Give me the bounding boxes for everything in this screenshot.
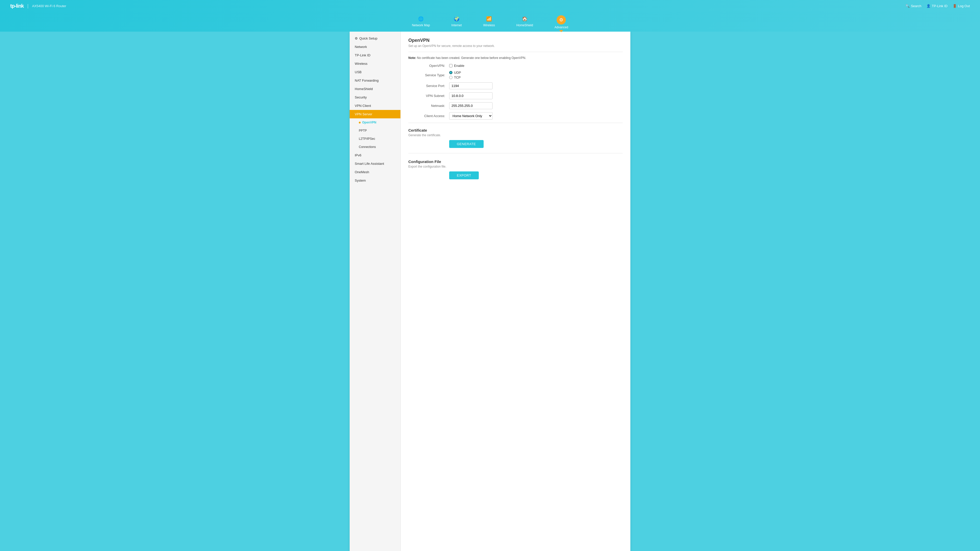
sidebar-label-network: Network [355,45,367,49]
enable-checkbox-label[interactable]: Enable [449,64,464,68]
search-label: Search [911,4,921,8]
service-type-label: Service Type: [408,73,449,77]
search-icon: 🔍 [905,4,910,8]
search-button[interactable]: 🔍 Search [905,4,921,8]
openvpn-row: OpenVPN: Enable [408,64,623,68]
sidebar-label-nat-forwarding: NAT Forwarding [355,79,379,83]
sidebar-label-ipv6: IPv6 [355,153,361,157]
openvpn-value: Enable [449,64,464,68]
wireless-icon: 📶 [485,15,493,22]
sidebar-label-l2tp-ipsec: L2TP/IPSec [359,137,375,141]
enable-checkbox[interactable] [449,64,452,67]
note-label: Note: [408,56,416,60]
client-access-select[interactable]: Home Network Only Internet and Home Netw… [449,112,493,120]
client-access-row: Client Access: Home Network Only Interne… [408,112,623,120]
cert-title: Certificate [408,128,623,132]
netmask-label: Netmask: [408,104,449,108]
sidebar-item-security[interactable]: Security [350,93,401,102]
tplink-id-label: TP-Link ID [932,4,947,8]
homeshield-icon: 🏠 [521,15,528,22]
tcp-radio[interactable] [449,76,452,79]
service-port-value [449,83,493,89]
note-body: No certificate has been created. Generat… [417,56,526,60]
nav-item-advanced[interactable]: ⚙ Advanced [552,14,571,32]
sidebar-label-tplink-id: TP-Link ID [355,53,370,57]
nav-label-internet: Internet [452,24,462,27]
certificate-section: Certificate Generate the certificate. GE… [408,128,623,148]
divider-top [408,52,623,52]
tcp-label: TCP [454,76,461,79]
sidebar-item-vpn-server[interactable]: VPN Server [350,110,401,118]
sidebar-item-wireless[interactable]: Wireless [350,59,401,68]
sidebar-item-smart-life[interactable]: Smart Life Assistant [350,159,401,168]
logout-button[interactable]: 🚪 Log Out [953,4,970,8]
sidebar-label-wireless: Wireless [355,62,368,65]
logo-divider: | [27,3,29,9]
sidebar-item-network[interactable]: Network [350,43,401,51]
nav-label-advanced: Advanced [555,25,568,29]
logout-icon: 🚪 [953,4,957,8]
nav-label-homeshield: HomeShield [516,24,533,27]
enable-text: Enable [454,64,464,68]
content-area: OpenVPN Set up an OpenVPN for secure, re… [401,32,630,551]
config-file-section: Configuration File Export the configurat… [408,159,623,179]
sidebar-label-onemesh: OneMesh [355,170,369,174]
router-model: AX5400 Wi-Fi 6 Router [32,4,66,8]
nav-label-network-map: Network Map [412,24,430,27]
page-title: OpenVPN [408,38,623,43]
sidebar-item-nat-forwarding[interactable]: NAT Forwarding [350,76,401,85]
sidebar-item-l2tp-ipsec[interactable]: L2TP/IPSec [350,135,401,143]
gear-icon: ⚙ [355,37,358,40]
config-title: Configuration File [408,159,623,164]
radio-group-service-type: UDP TCP [449,71,461,79]
sidebar-item-tplink-id[interactable]: TP-Link ID [350,51,401,59]
generate-button[interactable]: GENERATE [449,140,484,148]
vpn-subnet-row: VPN Subnet: [408,92,623,99]
service-port-input[interactable] [449,83,493,89]
sidebar-item-homeshield[interactable]: HomeShield [350,85,401,93]
sidebar-item-quick-setup[interactable]: ⚙ Quick Setup [350,34,401,43]
udp-radio-label[interactable]: UDP [449,71,461,75]
vpn-subnet-input[interactable] [449,92,493,99]
sidebar-item-connections[interactable]: Connections [350,143,401,151]
nav-bar: 🌐 Network Map 🌍 Internet 📶 Wireless 🏠 Ho… [0,12,980,32]
sidebar-item-ipv6[interactable]: IPv6 [350,151,401,159]
divider-config [408,153,623,153]
netmask-value [449,102,493,109]
sidebar-label-homeshield: HomeShield [355,87,373,91]
udp-radio[interactable] [449,71,452,74]
advanced-icon: ⚙ [557,15,566,24]
nav-label-wireless: Wireless [483,24,495,27]
sidebar-item-usb[interactable]: USB [350,68,401,76]
sidebar-label-pptp: PPTP [359,129,367,132]
netmask-row: Netmask: [408,102,623,109]
logo: tp-link | AX5400 Wi-Fi 6 Router [10,3,66,9]
internet-icon: 🌍 [453,15,460,22]
service-port-label: Service Port: [408,84,449,88]
netmask-input[interactable] [449,102,493,109]
tplink-id-button[interactable]: 👤 TP-Link ID [926,4,947,8]
service-type-row: Service Type: UDP TCP [408,71,623,79]
logout-label: Log Out [958,4,970,8]
vpn-subnet-value [449,92,493,99]
logo-text: tp-link [10,3,24,9]
sidebar-item-openvpn[interactable]: OpenVPN [350,118,401,127]
nav-item-network-map[interactable]: 🌐 Network Map [409,14,433,32]
sidebar-label-usb: USB [355,70,362,74]
service-port-row: Service Port: [408,83,623,89]
main-container: ⚙ Quick Setup Network TP-Link ID Wireles… [350,32,630,551]
vpn-subnet-label: VPN Subnet: [408,94,449,98]
sidebar-item-vpn-client[interactable]: VPN Client [350,102,401,110]
export-button[interactable]: EXPORT [449,171,479,179]
sidebar-label-openvpn: OpenVPN [362,121,376,124]
nav-item-homeshield[interactable]: 🏠 HomeShield [513,14,536,32]
sidebar-label-vpn-client: VPN Client [355,104,371,108]
tcp-radio-label[interactable]: TCP [449,76,461,79]
sidebar-item-pptp[interactable]: PPTP [350,127,401,135]
sidebar-item-system[interactable]: System [350,176,401,185]
sidebar-item-onemesh[interactable]: OneMesh [350,168,401,176]
sidebar-label-connections: Connections [359,145,376,149]
nav-item-internet[interactable]: 🌍 Internet [449,14,465,32]
nav-item-wireless[interactable]: 📶 Wireless [480,14,498,32]
udp-label: UDP [454,71,461,75]
